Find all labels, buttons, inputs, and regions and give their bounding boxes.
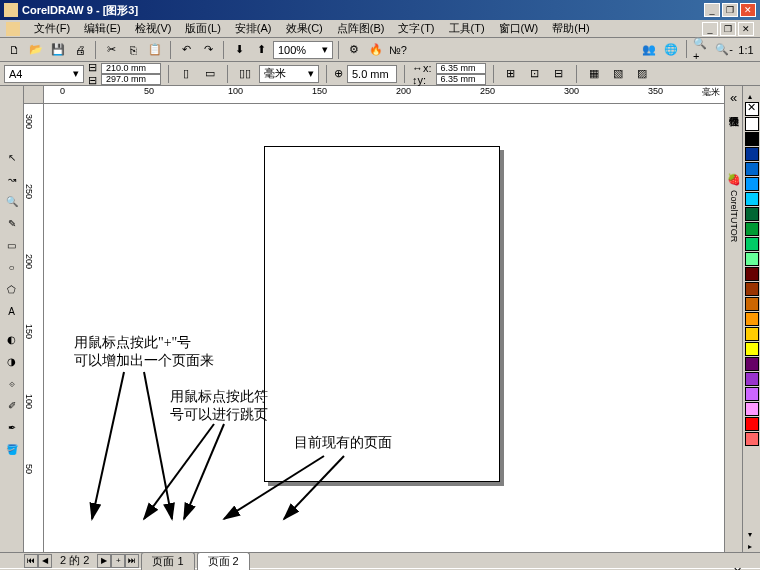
color-swatch[interactable] <box>745 372 759 386</box>
color-swatch[interactable] <box>745 222 759 236</box>
menu-layout[interactable]: 版面(L) <box>179 19 226 38</box>
copy-button[interactable]: ⎘ <box>123 40 143 60</box>
menu-edit[interactable]: 编辑(E) <box>78 19 127 38</box>
doc-minimize-button[interactable]: _ <box>702 22 718 36</box>
paste-button[interactable]: 📋 <box>145 40 165 60</box>
page-height-input[interactable] <box>101 74 161 85</box>
open-button[interactable]: 📂 <box>26 40 46 60</box>
what-button[interactable]: №? <box>388 40 408 60</box>
corel-online-button[interactable]: 🔥 <box>366 40 386 60</box>
menu-text[interactable]: 文字(T) <box>392 19 440 38</box>
ruler-origin[interactable] <box>24 86 44 104</box>
zoom-in-button[interactable]: 🔍+ <box>692 40 712 60</box>
color-swatch[interactable] <box>745 297 759 311</box>
polygon-tool[interactable]: ⬠ <box>2 279 22 299</box>
color-swatch[interactable] <box>745 252 759 266</box>
color-swatch[interactable] <box>745 117 759 131</box>
zoom-combo[interactable]: 100%▾ <box>273 41 333 59</box>
nudge-input[interactable] <box>347 65 397 83</box>
menu-effects[interactable]: 效果(C) <box>280 19 329 38</box>
dup-y-input[interactable] <box>436 74 486 85</box>
option2-button[interactable]: ▧ <box>608 64 628 84</box>
zoom-out-button[interactable]: 🔍- <box>714 40 734 60</box>
dup-x-input[interactable] <box>436 63 486 74</box>
landscape-button[interactable]: ▭ <box>200 64 220 84</box>
canvas-area[interactable]: 0 50 100 150 200 250 300 350 毫米 300 250 … <box>24 86 724 552</box>
text-tool[interactable]: A <box>2 301 22 321</box>
rectangle-tool[interactable]: ▭ <box>2 235 22 255</box>
color-swatch[interactable] <box>745 387 759 401</box>
paper-combo[interactable]: A4▾ <box>4 65 84 83</box>
shape-tool[interactable]: ↝ <box>2 169 22 189</box>
freehand-tool[interactable]: ✎ <box>2 213 22 233</box>
outline-tool[interactable]: ✒ <box>2 417 22 437</box>
undo-button[interactable]: ↶ <box>176 40 196 60</box>
minimize-button[interactable]: _ <box>704 3 720 17</box>
color-swatch[interactable] <box>745 147 759 161</box>
print-button[interactable]: 🖨 <box>70 40 90 60</box>
color-swatch[interactable] <box>745 267 759 281</box>
option1-button[interactable]: ▦ <box>584 64 604 84</box>
web-button[interactable]: 🌐 <box>661 40 681 60</box>
color-swatch[interactable] <box>745 342 759 356</box>
zoom-11-button[interactable]: 1:1 <box>736 40 756 60</box>
last-page-button[interactable]: ⏭ <box>125 554 139 568</box>
menu-window[interactable]: 窗口(W) <box>493 19 545 38</box>
vertical-ruler[interactable]: 300 250 200 150 100 50 <box>24 104 44 552</box>
doc-close-button[interactable]: ✕ <box>738 22 754 36</box>
palette-flyout-button[interactable]: ▸ <box>743 540 757 552</box>
zoom-tool[interactable]: 🔍 <box>2 191 22 211</box>
docker-arrow-icon[interactable]: « <box>730 90 737 105</box>
palette-down-button[interactable]: ▾ <box>743 528 757 540</box>
fill-tool[interactable]: 🪣 <box>2 439 22 459</box>
close-button[interactable]: ✕ <box>740 3 756 17</box>
color-swatch[interactable] <box>745 432 759 446</box>
color-swatch[interactable] <box>745 327 759 341</box>
community-button[interactable]: 👥 <box>639 40 659 60</box>
redo-button[interactable]: ↷ <box>198 40 218 60</box>
ellipse-tool[interactable]: ○ <box>2 257 22 277</box>
units-combo[interactable]: 毫米▾ <box>259 65 319 83</box>
page-tab-1[interactable]: 页面 1 <box>141 552 194 570</box>
menu-arrange[interactable]: 安排(A) <box>229 19 278 38</box>
menu-help[interactable]: 帮助(H) <box>546 19 595 38</box>
color-swatch[interactable] <box>745 282 759 296</box>
color-swatch[interactable] <box>745 192 759 206</box>
script-button[interactable]: ⚙ <box>344 40 364 60</box>
color-swatch[interactable] <box>745 207 759 221</box>
color-swatch[interactable] <box>745 417 759 431</box>
corel-tutor-icon[interactable]: 🍓 <box>727 173 741 186</box>
import-button[interactable]: ⬇ <box>229 40 249 60</box>
save-button[interactable]: 💾 <box>48 40 68 60</box>
menu-bitmap[interactable]: 点阵图(B) <box>331 19 391 38</box>
option3-button[interactable]: ▨ <box>632 64 652 84</box>
cut-button[interactable]: ✂ <box>101 40 121 60</box>
new-button[interactable]: 🗋 <box>4 40 24 60</box>
pick-tool[interactable]: ↖ <box>2 147 22 167</box>
doc-restore-button[interactable]: ❐ <box>720 22 736 36</box>
color-swatch[interactable] <box>745 162 759 176</box>
color-swatch[interactable] <box>745 237 759 251</box>
page-tab-2[interactable]: 页面 2 <box>197 552 250 570</box>
color-swatch[interactable] <box>745 132 759 146</box>
snap-guide-button[interactable]: ⊡ <box>525 64 545 84</box>
export-button[interactable]: ⬆ <box>251 40 271 60</box>
portrait-button[interactable]: ▯ <box>176 64 196 84</box>
pages-icon[interactable]: ▯▯ <box>235 64 255 84</box>
color-swatch[interactable] <box>745 312 759 326</box>
color-swatch[interactable] <box>745 402 759 416</box>
menu-view[interactable]: 检视(V) <box>129 19 178 38</box>
eyedropper-tool[interactable]: ✐ <box>2 395 22 415</box>
snap-grid-button[interactable]: ⊞ <box>501 64 521 84</box>
interactive-transp-tool[interactable]: ◑ <box>2 351 22 371</box>
prev-page-button[interactable]: ◀ <box>38 554 52 568</box>
first-page-button[interactable]: ⏮ <box>24 554 38 568</box>
horizontal-ruler[interactable]: 0 50 100 150 200 250 300 350 毫米 <box>44 86 724 104</box>
page-width-input[interactable] <box>101 63 161 74</box>
interactive-blend-tool[interactable]: ⟐ <box>2 373 22 393</box>
next-page-button[interactable]: ▶ <box>97 554 111 568</box>
menu-file[interactable]: 文件(F) <box>28 19 76 38</box>
add-page-button[interactable]: + <box>111 554 125 568</box>
menu-tools[interactable]: 工具(T) <box>443 19 491 38</box>
no-color-swatch[interactable]: ✕ <box>745 102 759 116</box>
